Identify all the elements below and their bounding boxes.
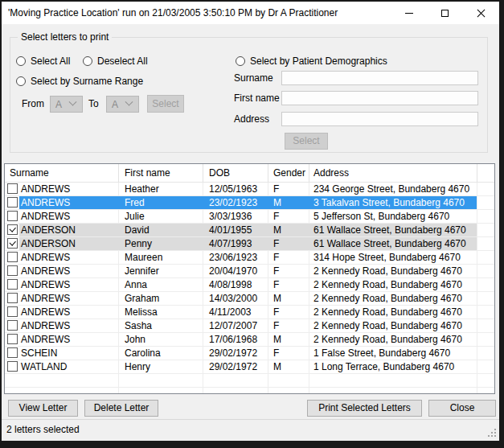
table-row[interactable]: ANDREWS Maureen 23/06/1923 F 314 Hope St…: [5, 251, 494, 265]
close-dialog-button[interactable]: Close: [428, 400, 496, 417]
row-checkbox[interactable]: [7, 183, 18, 194]
chevron-down-icon: [125, 98, 133, 106]
first-name-label: First name: [234, 91, 280, 105]
resize-grip-icon[interactable]: [494, 435, 496, 437]
row-checkbox[interactable]: [7, 252, 18, 262]
minimize-button[interactable]: [391, 2, 427, 24]
row-checkbox[interactable]: [7, 197, 18, 208]
cell-surname: ANDREWS: [21, 292, 70, 305]
view-letter-button[interactable]: View Letter: [8, 400, 78, 417]
cell-first-name: Heather: [125, 183, 159, 195]
cell-gender: F: [273, 278, 279, 291]
surname-input[interactable]: [281, 71, 478, 85]
radio-icon: [16, 76, 26, 86]
cell-first-name: Henry: [125, 360, 150, 373]
to-combobox: A: [106, 96, 139, 113]
table-row[interactable]: ANDREWS Julie 3/03/1936 F 5 Jefferson St…: [5, 210, 494, 224]
row-checkbox[interactable]: [7, 320, 18, 331]
row-checkbox[interactable]: [7, 279, 18, 290]
cell-surname: ANDREWS: [21, 333, 70, 346]
radio-icon: [83, 56, 92, 66]
cell-address: 2 Kennedy Road, Bundaberg 4670: [313, 292, 462, 305]
delete-letter-button[interactable]: Delete Letter: [84, 400, 158, 417]
print-selected-letters-button[interactable]: Print Selected Letters: [307, 400, 422, 417]
table-body: ANDREWS Heather 12/05/1963 F 234 George …: [5, 183, 494, 393]
row-checkbox[interactable]: [7, 306, 18, 317]
cell-surname: ANDREWS: [21, 306, 70, 319]
radio-select-by-patient-demographics[interactable]: Select by Patient Demographics: [236, 55, 387, 67]
address-label: Address: [234, 112, 269, 126]
table-row[interactable]: ANDREWS Melissa 4/11/2003 F 2 Kennedy Ro…: [5, 306, 494, 319]
cell-dob: 17/06/1968: [209, 333, 257, 346]
dialog-window: 'Moving Practice Location' run on 21/03/…: [0, 0, 504, 448]
title-bar: 'Moving Practice Location' run on 21/03/…: [2, 2, 499, 24]
table-row[interactable]: ANDERSON Penny 4/07/1993 F 61 Wallace St…: [5, 237, 494, 251]
cell-dob: 14/03/2000: [209, 292, 257, 305]
column-header-dob[interactable]: DOB: [209, 164, 230, 182]
cell-dob: 12/05/1963: [209, 183, 257, 195]
radio-deselect-all[interactable]: Deselect All: [83, 55, 148, 67]
minimize-icon: [405, 13, 413, 14]
table-row[interactable]: ANDREWS Heather 12/05/1963 F 234 George …: [5, 183, 494, 196]
table-row[interactable]: ANDREWS Anna 4/08/1998 F 2 Kennedy Road,…: [5, 278, 494, 292]
cell-address: 1 Long Terrace, Bundaberg 4670: [313, 360, 454, 373]
table-row[interactable]: ANDREWS Jennifer 20/04/1970 F 2 Kennedy …: [5, 265, 494, 278]
chevron-down-icon: [69, 98, 77, 106]
column-header-first-name[interactable]: First name: [125, 164, 170, 182]
cell-address: 314 Hope Street, Bundaberg 4670: [313, 251, 461, 264]
maximize-button[interactable]: [427, 2, 463, 24]
column-header-gender[interactable]: Gender: [273, 164, 305, 182]
table-row[interactable]: SCHEIN Carolina 29/02/1972 F 1 False Str…: [5, 347, 494, 360]
address-input[interactable]: [281, 112, 478, 126]
cell-first-name: Graham: [125, 292, 159, 305]
first-name-input[interactable]: [281, 91, 478, 105]
column-header-surname[interactable]: Surname: [10, 164, 49, 182]
radio-icon: [16, 56, 26, 66]
radio-deselect-all-label: Deselect All: [97, 55, 148, 67]
cell-first-name: Maureen: [125, 251, 162, 264]
cell-dob: 4/07/1993: [209, 237, 252, 250]
row-checkbox[interactable]: [7, 211, 18, 221]
column-header-address[interactable]: Address: [313, 164, 349, 182]
radio-select-all[interactable]: Select All: [16, 55, 70, 67]
to-combobox-value: A: [107, 99, 118, 110]
cell-surname: ANDREWS: [21, 251, 70, 264]
column-divider: [268, 164, 268, 182]
column-divider: [309, 164, 309, 182]
cell-surname: ANDREWS: [21, 210, 70, 223]
cell-dob: 23/02/1923: [209, 196, 257, 209]
row-checkbox[interactable]: [7, 347, 18, 358]
row-checkbox[interactable]: [7, 293, 18, 303]
cell-gender: F: [273, 347, 279, 360]
cell-first-name: Melissa: [125, 306, 158, 319]
radio-select-all-label: Select All: [31, 55, 70, 67]
radio-select-by-surname-range[interactable]: Select by Surname Range: [16, 76, 143, 87]
column-divider: [203, 164, 203, 182]
row-checkbox[interactable]: [7, 334, 18, 344]
row-gridline: [5, 387, 494, 388]
table-row[interactable]: ANDREWS Fred 23/02/1923 M 3 Takalvan Str…: [5, 196, 494, 210]
radio-select-by-patient-demographics-label: Select by Patient Demographics: [250, 55, 387, 67]
row-checkbox[interactable]: [7, 224, 18, 235]
cell-address: 61 Wallace Street, Bundaberg 4670: [313, 237, 466, 250]
cell-address: 234 George Street, Bundaberg 4670: [313, 183, 469, 195]
table-row[interactable]: ANDREWS John 17/06/1968 M 2 Kennedy Road…: [5, 333, 494, 347]
row-checkbox[interactable]: [7, 265, 18, 276]
cell-first-name: Julie: [125, 210, 145, 223]
cell-first-name: Jennifer: [125, 265, 159, 277]
row-checkbox[interactable]: [7, 238, 18, 249]
filter-groupbox-title: Select letters to print: [18, 31, 112, 43]
table-row[interactable]: ANDREWS Sasha 12/07/2007 F 2 Kennedy Roa…: [5, 319, 494, 333]
cell-first-name: Anna: [125, 278, 147, 291]
cell-address: 2 Kennedy Road, Bundaberg 4670: [313, 306, 462, 319]
demographics-select-button: Select: [285, 133, 328, 150]
cell-dob: 12/07/2007: [209, 319, 257, 332]
row-checkbox[interactable]: [7, 361, 18, 372]
radio-select-by-surname-range-label: Select by Surname Range: [31, 76, 143, 87]
cell-address: 61 Wallace Street, Bundaberg 4670: [313, 224, 466, 236]
table-row[interactable]: ANDREWS Graham 14/03/2000 M 2 Kennedy Ro…: [5, 292, 494, 306]
table-row[interactable]: ANDERSON David 4/01/1955 M 61 Wallace St…: [5, 224, 494, 237]
table-row[interactable]: WATLAND Henry 29/02/1972 M 1 Long Terrac…: [5, 360, 494, 374]
close-button[interactable]: [463, 2, 499, 24]
cell-surname: ANDERSON: [21, 224, 76, 236]
